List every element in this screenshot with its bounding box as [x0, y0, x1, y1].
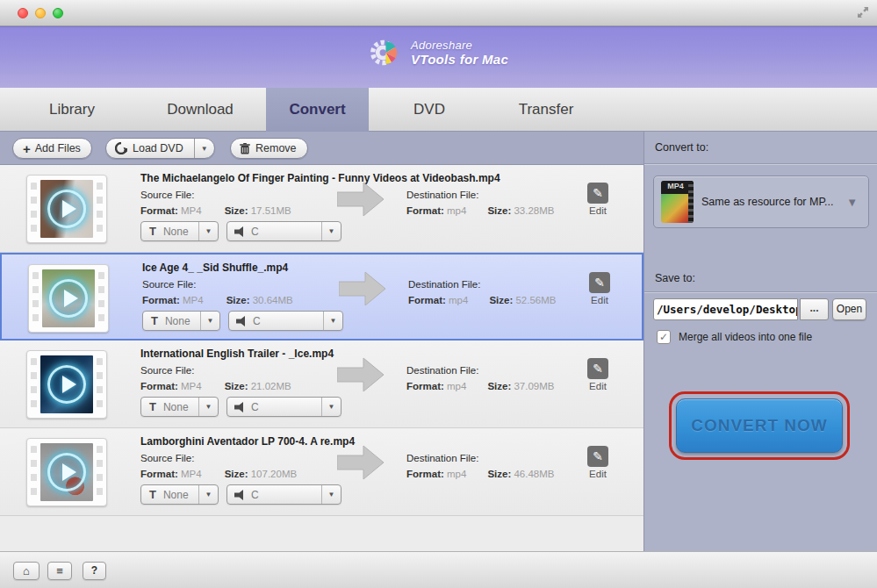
save-path-input[interactable]: /Users/develop/Desktop	[653, 298, 798, 320]
app-window: Adoreshare VTools for Mac Library Downlo…	[0, 0, 877, 588]
play-icon[interactable]	[47, 190, 86, 228]
output-format-dropdown[interactable]: MP4 Same as resource for MP... ▼	[653, 176, 869, 228]
convert-now-button[interactable]: CONVERT NOW	[676, 398, 843, 453]
home-button[interactable]: ⌂	[13, 562, 40, 580]
video-title: International English Trailer - _Ice.mp4	[140, 348, 334, 360]
output-format-value: Same as resource for MP...	[701, 196, 834, 208]
file-list: The Michaelangelo Of Finger Painting - F…	[0, 165, 643, 551]
dest-size: 52.56MB	[515, 295, 556, 305]
mp4-format-icon: MP4	[661, 181, 694, 223]
trash-icon	[240, 143, 250, 154]
tab-convert[interactable]: Convert	[266, 88, 369, 132]
source-format: MP4	[181, 469, 202, 479]
convert-arrow-icon	[339, 270, 386, 307]
video-thumbnail	[26, 350, 107, 419]
close-icon[interactable]	[18, 8, 28, 18]
video-row[interactable]: Lamborghini Aventador LP 700-4. A re.mp4…	[0, 428, 643, 516]
load-dvd-button[interactable]: Load DVD ▼	[105, 138, 215, 159]
subtitle-dropdown[interactable]: T None ▼	[140, 397, 219, 417]
destination-file-label: Destination File:	[408, 279, 480, 290]
load-dvd-dropdown-arrow[interactable]: ▼	[195, 145, 214, 153]
audio-dropdown[interactable]: C ▼	[228, 311, 343, 331]
fullscreen-icon[interactable]	[856, 5, 870, 19]
zoom-icon[interactable]	[53, 8, 63, 18]
speaker-icon	[234, 226, 244, 237]
chevron-down-icon: ▼	[322, 227, 341, 235]
speaker-icon	[234, 402, 244, 412]
edit-button[interactable]: ✎ Edit	[579, 358, 616, 391]
plus-icon: +	[23, 141, 31, 156]
speaker-icon	[234, 490, 244, 500]
destination-file-label: Destination File:	[406, 190, 478, 200]
video-title: Lamborghini Aventador LP 700-4. A re.mp4	[140, 435, 355, 448]
toolbar: + Add Files Load DVD ▼	[0, 132, 643, 165]
menu-icon: ≡	[56, 564, 63, 577]
dest-format: mp4	[447, 469, 466, 479]
source-size: 107.20MB	[251, 469, 297, 479]
home-icon: ⌂	[23, 564, 30, 577]
source-file-label: Source File:	[140, 190, 194, 200]
brand-name: Adoreshare	[411, 39, 508, 52]
merge-videos-checkbox-row[interactable]: ✓ Merge all videos into one file	[657, 330, 812, 344]
convert-arrow-icon	[337, 356, 385, 393]
destination-file-label: Destination File:	[406, 365, 478, 376]
edit-button[interactable]: ✎ Edit	[581, 272, 618, 305]
subtitle-dropdown[interactable]: T None ▼	[140, 484, 219, 505]
load-dvd-icon	[115, 142, 127, 154]
annotation-highlight-ring: CONVERT NOW	[669, 391, 850, 460]
video-row-selected[interactable]: Ice Age 4_ _Sid Shuffle_.mp4 Source File…	[0, 253, 643, 341]
chevron-down-icon: ▼	[322, 403, 341, 411]
subtitle-dropdown[interactable]: T None ▼	[140, 221, 219, 241]
video-title: Ice Age 4_ _Sid Shuffle_.mp4	[142, 262, 288, 274]
source-format: MP4	[183, 295, 204, 305]
play-icon[interactable]	[47, 453, 86, 491]
chevron-down-icon: ▼	[199, 491, 218, 498]
dest-format: mp4	[449, 295, 468, 305]
play-icon[interactable]	[49, 279, 88, 318]
play-icon[interactable]	[47, 365, 86, 404]
save-to-label: Save to:	[655, 272, 695, 284]
gear-logo-icon	[369, 36, 402, 69]
video-row[interactable]: The Michaelangelo Of Finger Painting - F…	[0, 165, 643, 253]
tab-download[interactable]: Download	[147, 88, 253, 132]
audio-dropdown[interactable]: C ▼	[226, 484, 341, 505]
video-thumbnail	[26, 438, 107, 506]
dest-format: mp4	[447, 381, 466, 391]
edit-button[interactable]: ✎ Edit	[579, 183, 616, 216]
help-icon: ?	[91, 564, 97, 577]
audio-dropdown[interactable]: C ▼	[226, 397, 341, 417]
edit-pencil-icon: ✎	[587, 358, 608, 379]
chevron-down-icon: ▼	[322, 491, 341, 498]
source-format: MP4	[181, 381, 202, 391]
open-folder-button[interactable]: Open	[832, 298, 866, 320]
convert-to-label: Convert to:	[655, 141, 708, 154]
source-size: 21.02MB	[251, 381, 291, 391]
menu-button[interactable]: ≡	[47, 562, 72, 580]
help-button[interactable]: ?	[83, 562, 106, 580]
remove-button[interactable]: Remove	[230, 138, 308, 159]
video-row[interactable]: International English Trailer - _Ice.mp4…	[0, 341, 643, 428]
video-thumbnail	[26, 175, 107, 243]
subtitle-dropdown[interactable]: T None ▼	[142, 311, 220, 331]
browse-button[interactable]: ...	[800, 298, 829, 320]
source-size: 30.64MB	[253, 295, 293, 305]
dest-size: 46.48MB	[514, 469, 554, 479]
tab-library[interactable]: Library	[28, 88, 116, 132]
brand-product: VTools for Mac	[411, 52, 508, 67]
video-thumbnail	[28, 264, 109, 333]
source-file-label: Source File:	[142, 279, 196, 290]
minimize-icon[interactable]	[35, 8, 46, 18]
edit-button[interactable]: ✎ Edit	[579, 446, 616, 479]
source-size: 17.51MB	[251, 205, 291, 216]
text-icon: T	[149, 488, 156, 501]
tab-transfer[interactable]: Transfer	[498, 88, 594, 132]
audio-dropdown[interactable]: C ▼	[226, 221, 341, 241]
dest-format: mp4	[447, 205, 466, 216]
convert-arrow-icon	[337, 181, 385, 218]
text-icon: T	[151, 314, 158, 327]
chevron-down-icon: ▼	[324, 317, 342, 325]
text-icon: T	[149, 400, 156, 413]
checkbox-checked-icon[interactable]: ✓	[657, 330, 671, 344]
add-files-button[interactable]: + Add Files	[12, 138, 92, 159]
tab-dvd[interactable]: DVD	[390, 88, 469, 132]
